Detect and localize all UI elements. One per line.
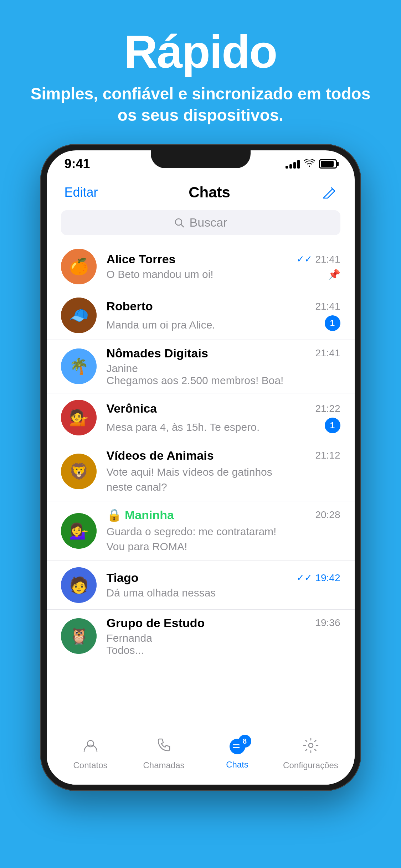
chat-name-grupo: Grupo de Estudo — [107, 616, 205, 630]
avatar-grupo: 🦉 — [61, 618, 97, 654]
unread-badge-roberto: 1 — [325, 315, 340, 331]
chat-name-roberto: Roberto — [107, 299, 153, 313]
double-check-icon: ✓✓ — [297, 254, 312, 265]
chat-time-videos: 21:12 — [315, 450, 340, 461]
chat-name-tiago: Tiago — [107, 571, 139, 585]
phone-notch — [151, 150, 251, 168]
unread-badge-veronica: 1 — [325, 418, 340, 433]
chat-preview-grupo: Todos... — [107, 644, 340, 656]
chat-content-nomades: Nômades Digitais 21:41 Janine Chegamos a… — [107, 346, 340, 387]
battery-icon — [319, 159, 337, 169]
chat-preview-alice: O Beto mandou um oi! — [107, 268, 324, 280]
chat-name-alice: Alice Torres — [107, 252, 176, 266]
chat-preview-tiago: Dá uma olhada nessas — [107, 587, 340, 599]
tab-chats-label: Chats — [226, 760, 248, 770]
signal-bars-icon — [286, 159, 300, 169]
avatar-veronica: 💁 — [61, 400, 97, 435]
chats-icon: 8 — [228, 738, 246, 757]
svg-text:🌴: 🌴 — [69, 357, 88, 376]
hero-title: Rápido — [21, 29, 380, 75]
tab-contatos-label: Contatos — [73, 760, 107, 770]
chat-time-roberto: 21:41 — [315, 301, 340, 312]
pin-icon: 📌 — [328, 269, 340, 280]
tab-chamadas[interactable]: Chamadas — [135, 737, 192, 770]
chat-item-grupo[interactable]: 🦉 Grupo de Estudo 19:36 Fernanda Todos..… — [47, 610, 355, 663]
svg-point-20 — [309, 743, 313, 748]
chat-preview-videos: Vote aqui! Mais vídeos de gatinhosneste … — [107, 465, 340, 495]
phone-frame: 9:41 — [40, 144, 361, 791]
chat-content-alice: Alice Torres ✓✓ 21:41 O Beto mandou um o… — [107, 252, 340, 280]
chat-preview-nomades: Chegamos aos 2.500 membros! Boa! — [107, 374, 340, 387]
chat-time-maninha: 20:28 — [315, 509, 340, 521]
chat-time-veronica: 21:22 — [315, 403, 340, 414]
tab-chamadas-label: Chamadas — [143, 760, 184, 770]
hero-subtitle: Simples, confiável e sincronizado em tod… — [21, 83, 380, 126]
chat-item-roberto[interactable]: 🧢 Roberto 21:41 Manda um oi pra Alice. 1 — [47, 291, 355, 340]
chat-name-maninha: 🔒 Maninha — [107, 508, 174, 522]
svg-text:🧑: 🧑 — [69, 576, 88, 594]
avatar-maninha: 💁‍♀️ — [61, 513, 97, 549]
phone-screen: 9:41 — [47, 150, 355, 785]
chat-content-videos: Vídeos de Animais 21:12 Vote aqui! Mais … — [107, 449, 340, 495]
chat-content-grupo: Grupo de Estudo 19:36 Fernanda Todos... — [107, 616, 340, 656]
chat-name-nomades: Nômades Digitais — [107, 346, 208, 360]
wifi-icon — [304, 158, 315, 169]
chat-list: 🍊 Alice Torres ✓✓ 21:41 O Beto mand — [47, 242, 355, 663]
tab-configuracoes[interactable]: Configurações — [282, 737, 339, 770]
chat-item-nomades[interactable]: 🌴 Nômades Digitais 21:41 Janine Chegamos… — [47, 340, 355, 393]
chats-badge: 8 — [238, 735, 251, 748]
chat-item-alice[interactable]: 🍊 Alice Torres ✓✓ 21:41 O Beto mand — [47, 242, 355, 291]
tab-chats[interactable]: 8 Chats — [209, 738, 266, 770]
chat-item-tiago[interactable]: 🧑 Tiago ✓✓ 19:42 Dá uma olhada ness — [47, 561, 355, 610]
contatos-icon — [82, 737, 99, 758]
chat-time-grupo: 19:36 — [315, 617, 340, 629]
avatar-tiago: 🧑 — [61, 567, 97, 603]
compose-button[interactable] — [321, 185, 337, 200]
chat-preview-roberto: Manda um oi pra Alice. — [107, 319, 321, 331]
svg-text:💁‍♀️: 💁‍♀️ — [69, 522, 88, 540]
avatar-nomades: 🌴 — [61, 348, 97, 384]
tab-bar: Contatos Chamadas — [47, 730, 355, 785]
chats-title: Chats — [189, 184, 230, 201]
chat-time-nomades: 21:41 — [315, 347, 340, 359]
nav-bar: Editar Chats — [47, 178, 355, 207]
chat-item-videos[interactable]: 🦁 Vídeos de Animais 21:12 Vote aqui! Mai… — [47, 442, 355, 501]
status-time: 9:41 — [65, 156, 90, 171]
chat-preview-maninha: Guarda o segredo: me contrataram!Vou par… — [107, 524, 340, 554]
phone-wrapper: 9:41 — [40, 144, 361, 791]
double-check-tiago-icon: ✓✓ — [297, 572, 312, 583]
chat-name-videos: Vídeos de Animais — [107, 449, 214, 463]
avatar-alice: 🍊 — [61, 249, 97, 284]
chat-time-tiago: ✓✓ 19:42 — [297, 572, 340, 584]
chat-item-veronica[interactable]: 💁 Verônica 21:22 Mesa para 4, às 15h. Te… — [47, 393, 355, 442]
edit-button[interactable]: Editar — [65, 185, 98, 200]
chat-sender-grupo: Fernanda — [107, 632, 340, 644]
svg-text:🧢: 🧢 — [69, 306, 88, 325]
configuracoes-icon — [303, 737, 319, 758]
avatar-roberto: 🧢 — [61, 298, 97, 333]
chat-content-maninha: 🔒 Maninha 20:28 Guarda o segredo: me con… — [107, 508, 340, 554]
chat-time-alice: ✓✓ 21:41 — [297, 254, 340, 265]
search-bar[interactable]: Buscar — [61, 210, 340, 235]
status-icons — [286, 158, 337, 169]
chat-preview-veronica: Mesa para 4, às 15h. Te espero. — [107, 421, 321, 433]
chat-sender-nomades: Janine — [107, 362, 340, 374]
tab-contatos[interactable]: Contatos — [62, 737, 119, 770]
chat-item-maninha[interactable]: 💁‍♀️ 🔒 Maninha 20:28 Guarda o segredo: m… — [47, 501, 355, 561]
svg-text:🦁: 🦁 — [69, 462, 88, 481]
search-placeholder: Buscar — [190, 216, 227, 229]
avatar-videos: 🦁 — [61, 454, 97, 489]
hero-section: Rápido Simples, confiável e sincronizado… — [0, 0, 401, 144]
svg-text:🦉: 🦉 — [69, 627, 88, 645]
search-icon — [174, 217, 185, 228]
chat-name-veronica: Verônica — [107, 402, 157, 415]
chat-content-tiago: Tiago ✓✓ 19:42 Dá uma olhada nessas — [107, 571, 340, 599]
chat-content-roberto: Roberto 21:41 Manda um oi pra Alice. 1 — [107, 299, 340, 331]
svg-text:🍊: 🍊 — [69, 257, 88, 276]
tab-configuracoes-label: Configurações — [283, 760, 338, 770]
chamadas-icon — [156, 737, 172, 758]
chat-content-veronica: Verônica 21:22 Mesa para 4, às 15h. Te e… — [107, 402, 340, 433]
svg-text:💁: 💁 — [69, 408, 88, 427]
